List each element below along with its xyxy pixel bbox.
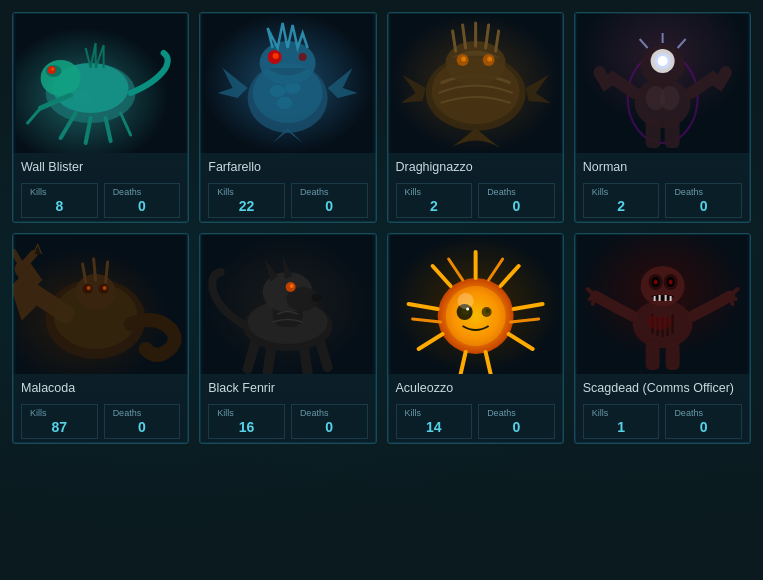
monster-image-black-fenrir bbox=[200, 234, 375, 374]
svg-point-16 bbox=[270, 85, 286, 97]
svg-point-6 bbox=[51, 68, 54, 71]
svg-point-70 bbox=[445, 286, 505, 346]
kills-box-black-fenrir: Kills16 bbox=[208, 404, 285, 439]
svg-point-38 bbox=[593, 66, 605, 78]
svg-point-89 bbox=[457, 293, 473, 309]
monster-image-wall-blister bbox=[13, 13, 188, 153]
deaths-value: 0 bbox=[674, 419, 733, 435]
monster-card-norman[interactable]: NormanKills2Deaths0 bbox=[574, 12, 751, 223]
deaths-value: 0 bbox=[487, 198, 546, 214]
svg-point-30 bbox=[487, 57, 492, 62]
monster-image-norman bbox=[575, 13, 750, 153]
monster-name-scagdead: Scagdead (Comms Officer) bbox=[583, 380, 742, 398]
monster-card-wall-blister[interactable]: Wall BlisterKills8Deaths0 bbox=[12, 12, 189, 223]
deaths-label: Deaths bbox=[113, 408, 172, 418]
kills-value: 22 bbox=[217, 198, 276, 214]
deaths-box-draghignazzo: Deaths0 bbox=[478, 183, 555, 218]
svg-point-43 bbox=[657, 56, 667, 66]
kills-value: 87 bbox=[30, 419, 89, 435]
monster-name-norman: Norman bbox=[583, 159, 742, 177]
monster-image-aculeozzo bbox=[388, 234, 563, 374]
deaths-label: Deaths bbox=[674, 408, 733, 418]
kills-label: Kills bbox=[405, 187, 464, 197]
monster-image-malacoda bbox=[13, 234, 188, 374]
kills-value: 2 bbox=[405, 198, 464, 214]
stats-row-scagdead: Kills1Deaths0 bbox=[583, 404, 742, 439]
monster-info-black-fenrir: Black FenrirKills16Deaths0 bbox=[200, 374, 375, 443]
deaths-value: 0 bbox=[300, 198, 359, 214]
deaths-box-wall-blister: Deaths0 bbox=[104, 183, 181, 218]
monster-grid: Wall BlisterKills8Deaths0 FarfarelloKill… bbox=[12, 12, 751, 444]
kills-label: Kills bbox=[30, 408, 89, 418]
deaths-label: Deaths bbox=[487, 408, 546, 418]
kills-label: Kills bbox=[405, 408, 464, 418]
monster-image-draghignazzo bbox=[388, 13, 563, 153]
monster-name-draghignazzo: Draghignazzo bbox=[396, 159, 555, 177]
deaths-box-malacoda: Deaths0 bbox=[104, 404, 181, 439]
monster-card-scagdead[interactable]: Scagdead (Comms Officer)Kills1Deaths0 bbox=[574, 233, 751, 444]
monster-info-malacoda: MalacodaKills87Deaths0 bbox=[13, 374, 188, 443]
kills-value: 14 bbox=[405, 419, 464, 435]
monster-card-malacoda[interactable]: MalacodaKills87Deaths0 bbox=[12, 233, 189, 444]
monster-info-farfarello: FarfarelloKills22Deaths0 bbox=[200, 153, 375, 222]
kills-box-norman: Kills2 bbox=[583, 183, 660, 218]
monster-card-black-fenrir[interactable]: Black FenrirKills16Deaths0 bbox=[199, 233, 376, 444]
kills-box-aculeozzo: Kills14 bbox=[396, 404, 473, 439]
kills-label: Kills bbox=[217, 187, 276, 197]
deaths-box-aculeozzo: Deaths0 bbox=[478, 404, 555, 439]
svg-point-75 bbox=[485, 309, 489, 313]
deaths-value: 0 bbox=[487, 419, 546, 435]
kills-label: Kills bbox=[217, 408, 276, 418]
monster-info-aculeozzo: AculeozzoKills14Deaths0 bbox=[388, 374, 563, 443]
deaths-label: Deaths bbox=[487, 187, 546, 197]
deaths-value: 0 bbox=[113, 419, 172, 435]
stats-row-norman: Kills2Deaths0 bbox=[583, 183, 742, 218]
stats-row-aculeozzo: Kills14Deaths0 bbox=[396, 404, 555, 439]
monster-image-scagdead bbox=[575, 234, 750, 374]
svg-point-52 bbox=[87, 286, 91, 290]
svg-point-37 bbox=[659, 86, 679, 110]
stats-row-draghignazzo: Kills2Deaths0 bbox=[396, 183, 555, 218]
svg-point-18 bbox=[277, 97, 293, 109]
deaths-box-farfarello: Deaths0 bbox=[291, 183, 368, 218]
monster-info-wall-blister: Wall BlisterKills8Deaths0 bbox=[13, 153, 188, 222]
deaths-label: Deaths bbox=[674, 187, 733, 197]
svg-point-65 bbox=[312, 294, 322, 302]
svg-point-67 bbox=[290, 284, 294, 288]
deaths-value: 0 bbox=[674, 198, 733, 214]
svg-point-107 bbox=[668, 280, 672, 285]
monster-name-wall-blister: Wall Blister bbox=[21, 159, 180, 177]
svg-point-21 bbox=[273, 53, 279, 59]
monster-card-draghignazzo[interactable]: DraghignazzoKills2Deaths0 bbox=[387, 12, 564, 223]
monster-info-scagdead: Scagdead (Comms Officer)Kills1Deaths0 bbox=[575, 374, 750, 443]
stats-row-wall-blister: Kills8Deaths0 bbox=[21, 183, 180, 218]
deaths-box-norman: Deaths0 bbox=[665, 183, 742, 218]
kills-value: 1 bbox=[592, 419, 651, 435]
deaths-box-scagdead: Deaths0 bbox=[665, 404, 742, 439]
kills-box-malacoda: Kills87 bbox=[21, 404, 98, 439]
svg-point-28 bbox=[461, 57, 466, 62]
monster-info-norman: NormanKills2Deaths0 bbox=[575, 153, 750, 222]
kills-value: 16 bbox=[217, 419, 276, 435]
monster-info-draghignazzo: DraghignazzoKills2Deaths0 bbox=[388, 153, 563, 222]
deaths-label: Deaths bbox=[300, 187, 359, 197]
monster-name-aculeozzo: Aculeozzo bbox=[396, 380, 555, 398]
svg-point-39 bbox=[719, 66, 731, 78]
kills-box-scagdead: Kills1 bbox=[583, 404, 660, 439]
svg-point-106 bbox=[653, 280, 657, 285]
svg-point-22 bbox=[299, 53, 307, 61]
kills-value: 2 bbox=[592, 198, 651, 214]
monster-card-farfarello[interactable]: FarfarelloKills22Deaths0 bbox=[199, 12, 376, 223]
svg-point-54 bbox=[103, 286, 107, 290]
svg-point-3 bbox=[41, 60, 81, 96]
kills-box-draghignazzo: Kills2 bbox=[396, 183, 473, 218]
stats-row-farfarello: Kills22Deaths0 bbox=[208, 183, 367, 218]
kills-label: Kills bbox=[592, 187, 651, 197]
monster-image-farfarello bbox=[200, 13, 375, 153]
monster-card-aculeozzo[interactable]: AculeozzoKills14Deaths0 bbox=[387, 233, 564, 444]
monster-name-farfarello: Farfarello bbox=[208, 159, 367, 177]
deaths-label: Deaths bbox=[113, 187, 172, 197]
kills-label: Kills bbox=[592, 408, 651, 418]
kills-label: Kills bbox=[30, 187, 89, 197]
monster-name-malacoda: Malacoda bbox=[21, 380, 180, 398]
